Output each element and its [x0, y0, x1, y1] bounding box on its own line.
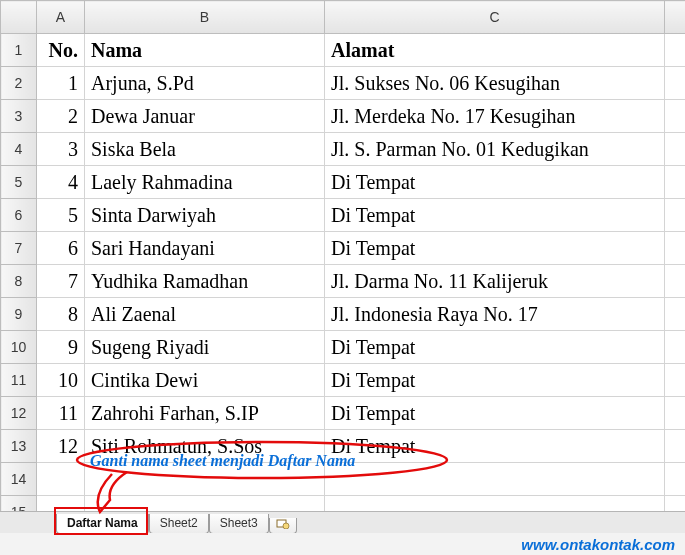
cell[interactable] [665, 298, 686, 331]
cell[interactable]: Ali Zaenal [85, 298, 325, 331]
row-header[interactable]: 13 [1, 430, 37, 463]
cell[interactable]: 8 [37, 298, 85, 331]
cell[interactable]: Jl. Darma No. 11 Kalijeruk [325, 265, 665, 298]
cell[interactable]: Di Tempat [325, 232, 665, 265]
new-sheet-icon [276, 519, 290, 529]
cell[interactable]: Jl. Merdeka No. 17 Kesugihan [325, 100, 665, 133]
cell[interactable]: 2 [37, 100, 85, 133]
row-header[interactable]: 3 [1, 100, 37, 133]
row-header[interactable]: 6 [1, 199, 37, 232]
row-header[interactable]: 10 [1, 331, 37, 364]
cell[interactable]: No. [37, 34, 85, 67]
cell[interactable]: Jl. S. Parman No. 01 Kedugikan [325, 133, 665, 166]
cell[interactable]: 5 [37, 199, 85, 232]
cell[interactable]: Jl. Indonesia Raya No. 17 [325, 298, 665, 331]
cell[interactable]: Arjuna, S.Pd [85, 67, 325, 100]
cell[interactable] [665, 34, 686, 67]
cell[interactable]: Di Tempat [325, 166, 665, 199]
cell[interactable]: Laely Rahmadina [85, 166, 325, 199]
cell[interactable]: Siska Bela [85, 133, 325, 166]
watermark-text: www.ontakontak.com [521, 536, 675, 553]
svg-point-2 [283, 523, 289, 529]
col-header-A[interactable]: A [37, 1, 85, 34]
row-header[interactable]: 8 [1, 265, 37, 298]
sheet-tab-active[interactable]: Daftar Nama [56, 514, 149, 534]
cell[interactable]: Sugeng Riyadi [85, 331, 325, 364]
cell[interactable]: Di Tempat [325, 331, 665, 364]
row-header[interactable]: 2 [1, 67, 37, 100]
col-header-D[interactable] [665, 1, 686, 34]
cell[interactable]: 12 [37, 430, 85, 463]
cell[interactable]: 9 [37, 331, 85, 364]
sheet-tab-bar: Daftar Nama Sheet2 Sheet3 [0, 511, 685, 533]
cell[interactable]: Yudhika Ramadhan [85, 265, 325, 298]
row-header[interactable]: 12 [1, 397, 37, 430]
select-all-corner[interactable] [1, 1, 37, 34]
cell[interactable] [665, 397, 686, 430]
cell[interactable]: Sinta Darwiyah [85, 199, 325, 232]
cell[interactable]: Dewa Januar [85, 100, 325, 133]
row-header[interactable]: 1 [1, 34, 37, 67]
cell[interactable]: Di Tempat [325, 397, 665, 430]
cell[interactable]: 7 [37, 265, 85, 298]
cell[interactable]: 4 [37, 166, 85, 199]
cell[interactable] [665, 199, 686, 232]
cell[interactable] [665, 133, 686, 166]
new-sheet-tab[interactable] [269, 518, 297, 534]
cell[interactable]: Sari Handayani [85, 232, 325, 265]
cell[interactable] [37, 463, 85, 496]
col-header-B[interactable]: B [85, 1, 325, 34]
cell[interactable]: 11 [37, 397, 85, 430]
row-header[interactable]: 9 [1, 298, 37, 331]
cell[interactable]: Cintika Dewi [85, 364, 325, 397]
cell[interactable] [665, 100, 686, 133]
cell[interactable] [665, 463, 686, 496]
row-header[interactable]: 5 [1, 166, 37, 199]
cell[interactable]: Alamat [325, 34, 665, 67]
cell[interactable]: 6 [37, 232, 85, 265]
cell[interactable] [325, 463, 665, 496]
row-header[interactable]: 11 [1, 364, 37, 397]
row-header[interactable]: 14 [1, 463, 37, 496]
cell[interactable]: Di Tempat [325, 364, 665, 397]
cell[interactable] [665, 331, 686, 364]
cell[interactable]: Di Tempat [325, 430, 665, 463]
row-header[interactable]: 7 [1, 232, 37, 265]
cell[interactable] [665, 430, 686, 463]
sheet-tab[interactable]: Sheet2 [149, 514, 209, 534]
cell[interactable]: 10 [37, 364, 85, 397]
cell[interactable]: Di Tempat [325, 199, 665, 232]
cell[interactable]: Zahrohi Farhan, S.IP [85, 397, 325, 430]
row-header[interactable]: 4 [1, 133, 37, 166]
cell[interactable] [665, 67, 686, 100]
cell[interactable] [665, 265, 686, 298]
spreadsheet-grid[interactable]: A B C 1 No. Nama Alamat 21Arjuna, S.PdJl… [0, 0, 685, 529]
cell[interactable] [665, 166, 686, 199]
annotation-text: Ganti nama sheet menjadi Daftar Nama [90, 452, 355, 470]
cell[interactable]: 3 [37, 133, 85, 166]
cell[interactable]: Jl. Sukses No. 06 Kesugihan [325, 67, 665, 100]
cell[interactable]: Nama [85, 34, 325, 67]
sheet-tab[interactable]: Sheet3 [209, 514, 269, 534]
cell[interactable] [665, 364, 686, 397]
col-header-C[interactable]: C [325, 1, 665, 34]
cell[interactable]: 1 [37, 67, 85, 100]
cell[interactable] [665, 232, 686, 265]
